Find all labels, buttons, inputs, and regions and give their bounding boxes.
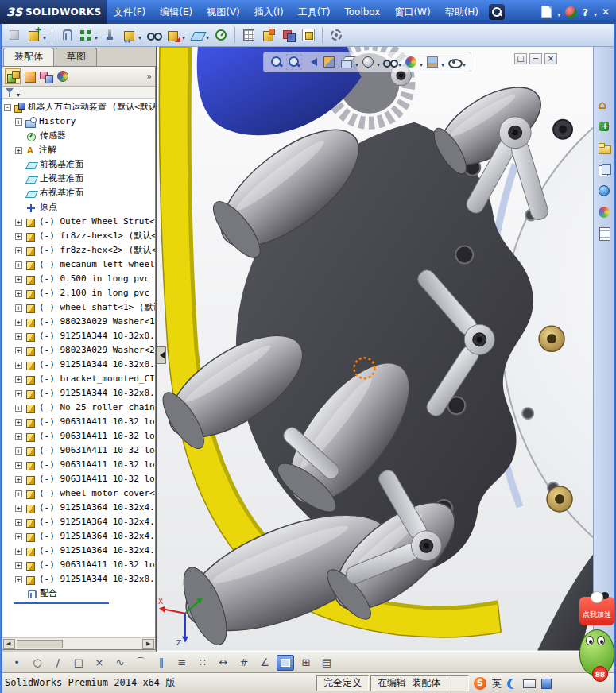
- expander[interactable]: +: [15, 376, 22, 383]
- menu-item-5[interactable]: Toolbox: [337, 0, 387, 24]
- expander[interactable]: +: [15, 219, 22, 226]
- tree-row[interactable]: +(-) 90631A411 10-32 lockn: [2, 558, 155, 572]
- sogou-logo[interactable]: S: [474, 677, 486, 690]
- ime-moon[interactable]: [507, 679, 517, 689]
- menu-item-4[interactable]: 工具(T): [291, 0, 338, 24]
- expander[interactable]: +: [15, 333, 22, 340]
- home-icon[interactable]: [597, 98, 611, 112]
- expander[interactable]: +: [15, 462, 22, 469]
- menu-item-3[interactable]: 插入(I): [247, 0, 291, 24]
- expander[interactable]: +: [15, 447, 22, 455]
- ime-toolbox[interactable]: [541, 679, 552, 689]
- expander[interactable]: +: [15, 390, 22, 397]
- sketch-offset-tool[interactable]: ≡: [173, 655, 191, 671]
- design-table-tool[interactable]: ⊞: [297, 655, 315, 671]
- appearances-icon[interactable]: [597, 205, 611, 219]
- tree-row[interactable]: +(-) 90631A411 10-32 locknu: [2, 415, 155, 429]
- menu-item-7[interactable]: 帮助(H): [438, 0, 486, 24]
- expander[interactable]: +: [15, 147, 22, 154]
- help-caret-icon[interactable]: [593, 5, 597, 20]
- tree-filter-bar[interactable]: [2, 87, 155, 99]
- tree-row[interactable]: -机器人万向运动装置 (默认<默认_显示: [2, 100, 155, 114]
- expander[interactable]: +: [15, 419, 22, 426]
- expander[interactable]: +: [15, 347, 22, 354]
- edit-component-button[interactable]: [5, 25, 24, 45]
- reference-geometry-button[interactable]: [188, 25, 211, 45]
- hide-show-items-button[interactable]: [382, 54, 401, 70]
- sketch-line-tool[interactable]: /: [49, 655, 67, 671]
- smart-fasteners-button[interactable]: [100, 25, 119, 45]
- expander[interactable]: +: [15, 490, 22, 497]
- tree-hscrollbar[interactable]: [2, 637, 155, 649]
- tree-row[interactable]: +(-) 91251A344 10-32x0.625: [2, 572, 155, 587]
- isolate-button[interactable]: [299, 25, 318, 45]
- tree-row[interactable]: +(-) 98023A029 Washer<2>: [2, 343, 155, 358]
- sketch-circle-tool[interactable]: ○: [29, 655, 46, 671]
- expander[interactable]: +: [15, 304, 22, 312]
- resources-icon[interactable]: [597, 119, 611, 134]
- tree-row[interactable]: 配合: [2, 587, 155, 601]
- tree-row[interactable]: +(-) 90631A411 10-32 locknu: [2, 472, 155, 486]
- tree-row[interactable]: +(-) 2.100 in long pvc pip: [2, 286, 155, 300]
- sketch-active-tool[interactable]: [277, 655, 294, 671]
- featuremanager-tab[interactable]: [6, 69, 20, 83]
- expander[interactable]: +: [15, 476, 22, 483]
- show-hidden-components-button[interactable]: [144, 25, 163, 45]
- scroll-left-button[interactable]: [3, 639, 15, 649]
- tree-row[interactable]: +(-) 91251A364 10-32x4.0 0: [2, 501, 155, 515]
- bill-of-materials-button[interactable]: [239, 25, 258, 45]
- tree-row[interactable]: +(-) mecanum left wheel mo: [2, 257, 155, 272]
- propertymanager-tab[interactable]: [22, 69, 37, 83]
- scroll-right-button[interactable]: [142, 639, 154, 649]
- expander[interactable]: +: [15, 548, 22, 555]
- expander[interactable]: +: [15, 433, 22, 440]
- expander[interactable]: +: [15, 505, 22, 512]
- sketch-arc-tool[interactable]: ⌒: [132, 655, 149, 671]
- custom-properties-icon[interactable]: [597, 226, 611, 241]
- tree-row[interactable]: +(-) 91251A344 10-32x0.625: [2, 358, 155, 372]
- tree-row[interactable]: +(-) bracket_mounted_CIM<1: [2, 372, 155, 386]
- tree-row[interactable]: +(-) fr8zz-hex<2> (默认<<默: [2, 243, 155, 257]
- tree-row[interactable]: +(-) wheel motor cover<1>: [2, 486, 155, 501]
- view-orientation-button[interactable]: [339, 54, 358, 70]
- sketch-angle-tool[interactable]: ∠: [256, 655, 273, 671]
- expander[interactable]: +: [15, 533, 22, 540]
- sketch-grid-tool[interactable]: #: [235, 655, 253, 671]
- tree-row[interactable]: 右视基准面: [2, 186, 155, 200]
- display-style-button[interactable]: [360, 54, 380, 70]
- menu-item-2[interactable]: 视图(V): [200, 0, 247, 24]
- sketch-spline-tool[interactable]: ∿: [111, 655, 129, 671]
- panel-chevron[interactable]: »: [146, 72, 152, 82]
- help-button[interactable]: ?: [582, 6, 588, 18]
- section-view-button[interactable]: [321, 54, 337, 70]
- tree-row[interactable]: +(-) No 25 roller chain<1>: [2, 401, 155, 415]
- displaymanager-tab[interactable]: [56, 69, 70, 83]
- rollback-bar[interactable]: [14, 602, 109, 604]
- tree-row[interactable]: +(-) 90631A411 10-32 locknu: [2, 443, 155, 458]
- zoom-fit-button[interactable]: [269, 54, 285, 70]
- scroll-thumb[interactable]: [17, 640, 63, 648]
- sketch-cross-tool[interactable]: ×: [91, 655, 108, 671]
- expander[interactable]: +: [15, 276, 22, 283]
- view-palette-icon[interactable]: [597, 184, 611, 198]
- tree-row[interactable]: +(-) fr8zz-hex<1> (默认<<默: [2, 229, 155, 243]
- tree-row[interactable]: +(-) 91251A364 10-32x4.0 0: [2, 529, 155, 544]
- exploded-view-button[interactable]: [259, 25, 278, 45]
- previous-view-button[interactable]: [304, 54, 320, 70]
- expander[interactable]: +: [15, 261, 22, 269]
- options-button[interactable]: [327, 25, 346, 45]
- search-icon[interactable]: [489, 4, 505, 20]
- tree-row[interactable]: +(-) 0.500 in long pvc pip: [2, 272, 155, 286]
- panel-collapse-arrow[interactable]: [157, 346, 166, 364]
- resource-monitor-icon[interactable]: [565, 6, 577, 18]
- tree-row[interactable]: +注解: [2, 143, 155, 157]
- tree-row[interactable]: +(-) 91251A344 10-32x0.625: [2, 386, 155, 401]
- close-icon[interactable]: ✕: [602, 6, 610, 17]
- minimize-document-icon[interactable]: −: [529, 53, 542, 64]
- expander[interactable]: +: [15, 319, 22, 326]
- zoom-area-button[interactable]: [286, 54, 302, 70]
- tree-row[interactable]: +(-) 90631A411 10-32 locknu: [2, 429, 155, 443]
- view-settings-button[interactable]: [446, 54, 466, 70]
- accelerator-badge[interactable]: 点我加速: [579, 597, 614, 625]
- apply-scene-button[interactable]: [424, 54, 444, 70]
